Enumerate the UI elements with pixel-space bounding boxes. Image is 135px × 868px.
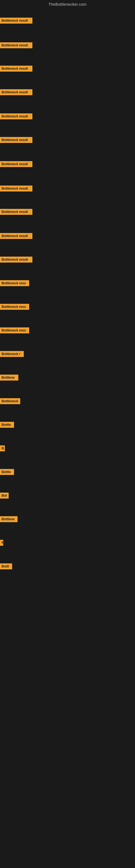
bottleneck-label-12: Bottleneck resu [0, 280, 29, 286]
bottleneck-result-item: Bottleneck result [0, 18, 32, 25]
bottleneck-result-item: B [0, 445, 5, 453]
bottleneck-result-item: F [0, 540, 3, 547]
bottleneck-result-item: Bottleneck result [0, 137, 32, 144]
site-title: TheBottlenecker.com [0, 0, 135, 8]
bottleneck-result-item: Bottle [0, 469, 14, 476]
bottleneck-label-8: Bottleneck result [0, 186, 32, 191]
bottleneck-label-7: Bottleneck result [0, 161, 32, 167]
bottleneck-label-20: Bottle [0, 469, 14, 475]
bottleneck-result-item: Bottleneck r [0, 351, 24, 358]
bottleneck-label-3: Bottleneck result [0, 66, 32, 72]
bottleneck-result-item: Bottleneck result [0, 161, 32, 168]
bottleneck-label-5: Bottleneck result [0, 113, 32, 119]
bottleneck-label-14: Bottleneck resu [0, 328, 29, 333]
bottleneck-label-2: Bottleneck result [0, 42, 32, 48]
bottleneck-result-item: Bottleneck result [0, 66, 32, 73]
bottleneck-result-item: Bottlene [0, 375, 18, 382]
bottleneck-label-21: Bot [0, 493, 9, 499]
bottleneck-label-24: Bottl [0, 563, 12, 569]
bottleneck-result-item: Bottleneck result [0, 113, 32, 120]
bottleneck-result-item: Bottleneck result [0, 186, 32, 193]
bottleneck-label-11: Bottleneck result [0, 257, 32, 262]
bottleneck-result-item: Bottleneck result [0, 42, 32, 50]
bottleneck-result-item: Bottleneck resu [0, 328, 29, 335]
bottleneck-result-item: Bottleneck result [0, 89, 32, 96]
bottleneck-result-item: Bottleneck [0, 398, 20, 405]
bottleneck-result-item: Bottleneck result [0, 233, 32, 240]
bottleneck-label-23: F [0, 540, 3, 546]
bottleneck-label-1: Bottleneck result [0, 18, 32, 24]
bottleneck-label-10: Bottleneck result [0, 233, 32, 239]
bottleneck-result-item: Bottl [0, 563, 12, 570]
bottleneck-label-18: Bottle [0, 422, 14, 428]
bottleneck-result-item: Bottlene [0, 516, 17, 523]
bottleneck-result-item: Bottle [0, 422, 14, 429]
bottleneck-label-15: Bottleneck r [0, 351, 24, 357]
bottleneck-result-item: Bottleneck result [0, 209, 32, 216]
bottleneck-label-6: Bottleneck result [0, 137, 32, 143]
bottleneck-result-item: Bottleneck resu [0, 304, 29, 311]
bottleneck-label-16: Bottlene [0, 375, 18, 380]
bottleneck-label-22: Bottlene [0, 516, 17, 522]
bottleneck-label-4: Bottleneck result [0, 89, 32, 95]
bottleneck-result-item: Bottleneck resu [0, 280, 29, 287]
bottleneck-label-17: Bottleneck [0, 398, 20, 404]
bottleneck-label-19: B [0, 445, 5, 452]
bottleneck-result-item: Bot [0, 493, 9, 500]
bottleneck-label-13: Bottleneck resu [0, 304, 29, 310]
bottleneck-result-item: Bottleneck result [0, 257, 32, 264]
bottleneck-label-9: Bottleneck result [0, 209, 32, 215]
